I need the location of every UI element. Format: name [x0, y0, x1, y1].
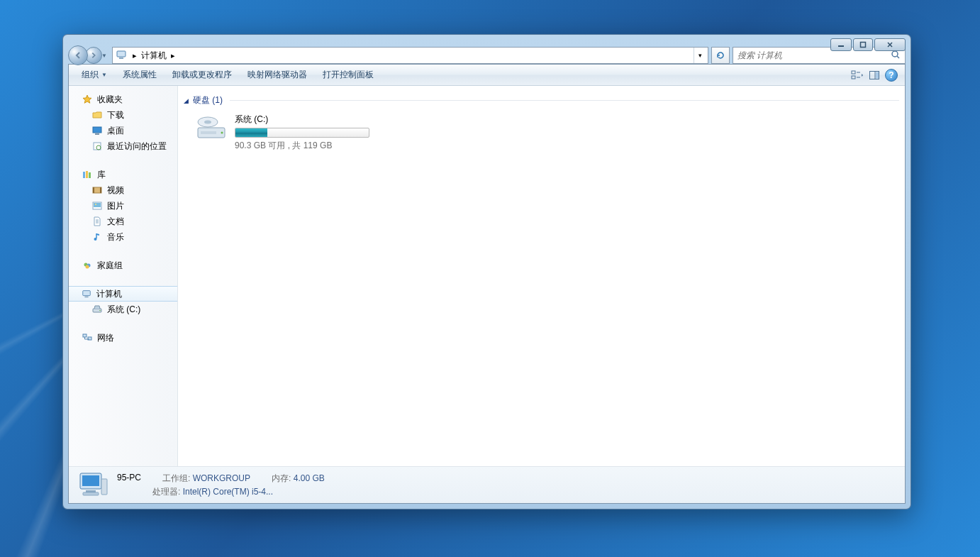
sidebar-item-network[interactable]: 网络 [69, 330, 177, 346]
toolbar: 组织 ▼ 系统属性 卸载或更改程序 映射网络驱动器 打开控制面板 ? [69, 65, 905, 86]
sidebar-item-label: 计算机 [96, 288, 122, 300]
sidebar-item-label: 音乐 [107, 231, 124, 243]
breadcrumb-arrow-icon[interactable]: ▸ [168, 51, 178, 60]
drive-free-text: 90.3 GB 可用 , 共 119 GB [235, 140, 369, 152]
details-memory: 4.00 GB [294, 473, 325, 483]
close-button[interactable] [874, 38, 906, 51]
svg-rect-34 [84, 297, 88, 298]
svg-rect-3 [119, 57, 123, 59]
svg-rect-12 [876, 72, 879, 78]
search-input[interactable] [737, 50, 891, 60]
svg-rect-19 [89, 172, 91, 178]
document-icon [91, 216, 103, 227]
details-pane: 95-PC 工作组: WORKGROUP 内存: 4.00 GB 处理器: In… [69, 466, 905, 503]
help-icon: ? [885, 69, 898, 82]
svg-rect-17 [83, 172, 85, 178]
svg-point-36 [99, 310, 101, 311]
chevron-down-icon: ▼ [101, 72, 107, 78]
svg-rect-37 [83, 334, 87, 337]
svg-rect-49 [83, 492, 99, 495]
svg-rect-13 [93, 127, 101, 133]
svg-rect-21 [93, 187, 94, 193]
video-icon [91, 184, 103, 196]
item-view[interactable]: ◢ 硬盘 (1) 系统 (C: [178, 86, 905, 466]
sidebar-item-drive-c[interactable]: 系统 (C:) [69, 302, 177, 317]
refresh-button[interactable] [711, 47, 730, 64]
explorer-window: ▼ ▸ 计算机 ▸ ▾ 组织 ▼ 系统属性 [62, 34, 911, 509]
svg-rect-18 [86, 171, 88, 178]
sidebar-item-label: 库 [97, 169, 106, 181]
organize-menu[interactable]: 组织 ▼ [74, 66, 114, 84]
uninstall-button[interactable]: 卸载或更改程序 [165, 66, 239, 84]
details-memory-label: 内存: [272, 473, 291, 483]
computer-large-icon [76, 470, 110, 500]
preview-pane-button[interactable] [867, 67, 882, 83]
details-name: 95-PC [117, 473, 141, 485]
breadcrumb-arrow-icon[interactable]: ▸ [130, 51, 140, 60]
svg-rect-22 [100, 187, 101, 193]
back-button[interactable] [68, 45, 88, 65]
sidebar-item-computer[interactable]: 计算机 [69, 286, 177, 302]
details-cpu-label: 处理器: [152, 487, 180, 497]
computer-icon [116, 49, 128, 62]
svg-rect-50 [101, 479, 107, 495]
svg-rect-24 [94, 203, 101, 207]
sidebar-item-label: 图片 [107, 200, 124, 212]
details-workgroup-label: 工作组: [162, 473, 190, 483]
drive-icon [195, 114, 228, 142]
sidebar-item-label: 网络 [97, 332, 114, 344]
sidebar-item-homegroup[interactable]: 家庭组 [69, 258, 177, 273]
computer-icon [81, 288, 92, 299]
toolbar-label: 组织 [82, 69, 99, 81]
content-frame: 组织 ▼ 系统属性 卸载或更改程序 映射网络驱动器 打开控制面板 ? [68, 64, 906, 504]
svg-rect-14 [95, 133, 99, 135]
group-header-hdd[interactable]: ◢ 硬盘 (1) [182, 92, 901, 109]
svg-rect-2 [117, 51, 126, 57]
group-header-label: 硬盘 (1) [193, 94, 223, 106]
homegroup-icon [82, 260, 93, 271]
view-options-button[interactable] [850, 67, 865, 83]
sidebar-item-videos[interactable]: 视频 [69, 182, 177, 198]
sidebar-item-favorites[interactable]: 收藏夹 [69, 92, 177, 107]
sidebar-item-music[interactable]: 音乐 [69, 229, 177, 245]
drive-name: 系统 (C:) [235, 114, 369, 126]
library-icon [82, 169, 93, 180]
sidebar-item-label: 家庭组 [97, 260, 123, 272]
sidebar-item-desktop[interactable]: 桌面 [69, 123, 177, 138]
address-bar[interactable]: ▸ 计算机 ▸ ▾ [112, 47, 708, 64]
window-controls [830, 38, 906, 51]
svg-rect-0 [838, 45, 844, 47]
svg-point-4 [892, 51, 898, 57]
details-workgroup: WORKGROUP [193, 473, 250, 483]
map-drive-button[interactable]: 映射网络驱动器 [240, 66, 314, 84]
help-button[interactable]: ? [884, 67, 899, 83]
svg-point-25 [95, 204, 96, 205]
picture-icon [91, 200, 103, 211]
sidebar-item-label: 系统 (C:) [107, 304, 140, 316]
drive-item-c[interactable]: 系统 (C:) 90.3 GB 可用 , 共 119 GB [182, 109, 395, 156]
sidebar-item-label: 收藏夹 [97, 94, 123, 106]
navigation-pane: 收藏夹 下载 桌面 最近访问的位置 [69, 86, 178, 466]
sidebar-item-downloads[interactable]: 下载 [69, 107, 177, 123]
music-icon [91, 231, 103, 243]
sidebar-item-documents[interactable]: 文档 [69, 214, 177, 229]
minimize-button[interactable] [830, 38, 852, 51]
sidebar-item-recent[interactable]: 最近访问的位置 [69, 138, 177, 154]
svg-point-42 [204, 121, 211, 124]
network-icon [82, 332, 93, 343]
svg-rect-47 [82, 475, 99, 486]
control-panel-button[interactable]: 打开控制面板 [316, 66, 381, 84]
system-properties-button[interactable]: 系统属性 [116, 66, 164, 84]
sidebar-item-pictures[interactable]: 图片 [69, 198, 177, 214]
svg-point-32 [86, 265, 89, 269]
drive-usage-bar [235, 128, 369, 138]
nav-row: ▼ ▸ 计算机 ▸ ▾ [68, 40, 906, 64]
svg-rect-45 [201, 131, 216, 134]
sidebar-item-libraries[interactable]: 库 [69, 167, 177, 182]
address-dropdown[interactable]: ▾ [694, 48, 706, 63]
search-icon[interactable] [891, 50, 901, 62]
details-cpu: Intel(R) Core(TM) i5-4... [183, 487, 273, 497]
sidebar-item-label: 视频 [107, 184, 124, 197]
maximize-button[interactable] [853, 38, 873, 51]
breadcrumb-segment[interactable]: 计算机 [140, 50, 168, 62]
